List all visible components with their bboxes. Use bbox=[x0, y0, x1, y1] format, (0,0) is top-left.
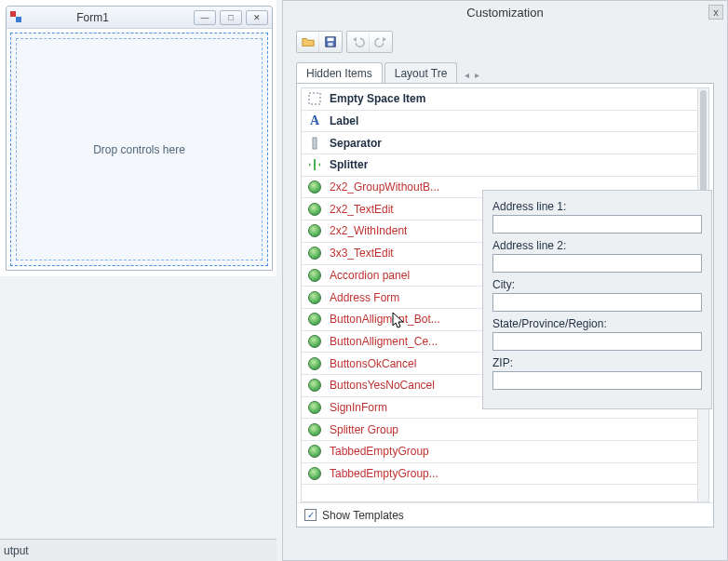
tab-layout-tree-label: Layout Tre bbox=[395, 67, 448, 80]
field-label: State/Province/Region: bbox=[492, 317, 702, 330]
form-field: State/Province/Region: bbox=[492, 317, 702, 351]
list-item-label: Label bbox=[330, 114, 358, 127]
drop-target[interactable]: Drop controls here bbox=[16, 38, 263, 260]
list-item[interactable]: Splitter bbox=[302, 154, 697, 177]
template-icon bbox=[307, 312, 322, 327]
list-item[interactable]: ALabel bbox=[302, 111, 697, 133]
template-icon bbox=[307, 466, 322, 481]
close-button[interactable]: ✕ bbox=[246, 10, 268, 25]
form-client-area[interactable]: Drop controls here bbox=[10, 33, 268, 266]
svg-rect-2 bbox=[328, 43, 332, 47]
customization-header: Customization x bbox=[283, 1, 727, 23]
list-item-label: ButtonAlligment_Bot... bbox=[330, 313, 440, 326]
list-item-label: Splitter Group bbox=[330, 423, 398, 436]
field-label: City: bbox=[492, 278, 702, 291]
list-item-label: ButtonsYesNoCancel bbox=[330, 379, 435, 392]
field-input[interactable] bbox=[492, 215, 702, 234]
list-item-label: Separator bbox=[330, 137, 382, 150]
open-icon bbox=[302, 35, 315, 48]
undo-icon bbox=[352, 35, 365, 48]
field-input[interactable] bbox=[492, 254, 702, 273]
undo-button[interactable] bbox=[347, 32, 370, 52]
list-item[interactable]: TabbedEmptyGroup... bbox=[302, 463, 697, 486]
tab-scroll-arrows: ◂ ▸ bbox=[465, 70, 479, 83]
template-icon bbox=[307, 356, 322, 371]
output-panel-tab[interactable]: utput bbox=[0, 539, 276, 561]
list-item[interactable]: Separator bbox=[302, 132, 697, 154]
redo-button[interactable] bbox=[370, 32, 392, 52]
save-button[interactable] bbox=[319, 32, 342, 52]
svg-rect-1 bbox=[328, 38, 334, 42]
list-item-label: 2x2_GroupWithoutB... bbox=[330, 180, 439, 194]
field-label: ZIP: bbox=[492, 356, 702, 369]
form-app-icon bbox=[10, 11, 23, 24]
svg-rect-5 bbox=[314, 159, 316, 170]
field-label: Address line 1: bbox=[492, 200, 702, 213]
redo-icon bbox=[374, 35, 387, 48]
customization-close-button[interactable]: x bbox=[708, 5, 723, 20]
tab-layout-tree[interactable]: Layout Tre bbox=[384, 62, 458, 83]
customization-title: Customization bbox=[466, 6, 543, 20]
template-icon bbox=[307, 290, 322, 305]
list-item-label: ButtonAlligment_Ce... bbox=[330, 335, 438, 348]
address-form-preview: Address line 1:Address line 2:City:State… bbox=[482, 190, 712, 409]
tabs-row: Hidden Items Layout Tre ◂ ▸ bbox=[283, 57, 727, 83]
list-item-label: TabbedEmptyGroup bbox=[330, 445, 429, 458]
label-icon: A bbox=[307, 114, 322, 128]
template-icon bbox=[307, 378, 322, 393]
tab-scroll-left[interactable]: ◂ bbox=[465, 70, 469, 80]
template-icon bbox=[307, 422, 322, 437]
template-icon bbox=[307, 268, 322, 283]
field-input[interactable] bbox=[492, 293, 702, 312]
list-item-label: Splitter bbox=[330, 158, 368, 171]
list-item-label: Accordion panel bbox=[330, 269, 410, 282]
tab-scroll-right[interactable]: ▸ bbox=[475, 70, 479, 80]
list-item[interactable]: Empty Space Item bbox=[302, 88, 697, 111]
list-item-label: Empty Space Item bbox=[330, 92, 425, 105]
designer-empty-area bbox=[0, 276, 276, 539]
show-templates-label: Show Templates bbox=[322, 509, 404, 522]
show-templates-row: Show Templates bbox=[297, 502, 713, 527]
template-icon bbox=[307, 400, 322, 415]
list-item[interactable]: TabbedEmptyGroup bbox=[302, 441, 697, 463]
customization-toolbar bbox=[283, 23, 727, 57]
form-window: Form1 — □ ✕ Drop controls here bbox=[6, 6, 273, 271]
drop-hint: Drop controls here bbox=[93, 143, 185, 156]
form-field: Address line 1: bbox=[492, 200, 702, 234]
template-icon bbox=[307, 444, 322, 459]
tab-hidden-items-label: Hidden Items bbox=[306, 67, 372, 80]
list-item-label: 2x2_WithIndent bbox=[330, 224, 407, 237]
splitter-icon bbox=[307, 157, 322, 172]
minimize-button[interactable]: — bbox=[194, 10, 216, 25]
list-item-label: ButtonsOkCancel bbox=[330, 357, 416, 370]
form-field: City: bbox=[492, 278, 702, 312]
svg-rect-3 bbox=[309, 93, 320, 104]
form-title: Form1 bbox=[0, 11, 194, 24]
template-icon bbox=[307, 246, 322, 260]
list-item-label: SignInForm bbox=[330, 401, 387, 414]
save-icon bbox=[324, 35, 337, 48]
form-field: ZIP: bbox=[492, 356, 702, 390]
list-item-label: Address Form bbox=[330, 291, 399, 304]
list-item-label: TabbedEmptyGroup... bbox=[330, 467, 438, 480]
template-icon bbox=[307, 202, 322, 217]
show-templates-checkbox[interactable] bbox=[304, 509, 317, 521]
maximize-button[interactable]: □ bbox=[220, 10, 242, 25]
empty-space-icon bbox=[307, 91, 322, 106]
template-icon bbox=[307, 180, 322, 194]
list-item-label: 3x3_TextEdit bbox=[330, 247, 394, 260]
form-titlebar[interactable]: Form1 — □ ✕ bbox=[7, 7, 272, 29]
template-icon bbox=[307, 223, 322, 238]
design-surface: Form1 — □ ✕ Drop controls here bbox=[0, 0, 276, 276]
list-item[interactable]: Splitter Group bbox=[302, 419, 697, 441]
field-input[interactable] bbox=[492, 332, 702, 351]
field-label: Address line 2: bbox=[492, 239, 702, 252]
field-input[interactable] bbox=[492, 371, 702, 390]
svg-rect-4 bbox=[313, 138, 317, 149]
tab-hidden-items[interactable]: Hidden Items bbox=[296, 62, 383, 83]
list-item-label: 2x2_TextEdit bbox=[330, 203, 394, 216]
separator-icon bbox=[307, 136, 322, 151]
open-button[interactable] bbox=[297, 32, 319, 52]
template-icon bbox=[307, 334, 322, 349]
form-field: Address line 2: bbox=[492, 239, 702, 273]
